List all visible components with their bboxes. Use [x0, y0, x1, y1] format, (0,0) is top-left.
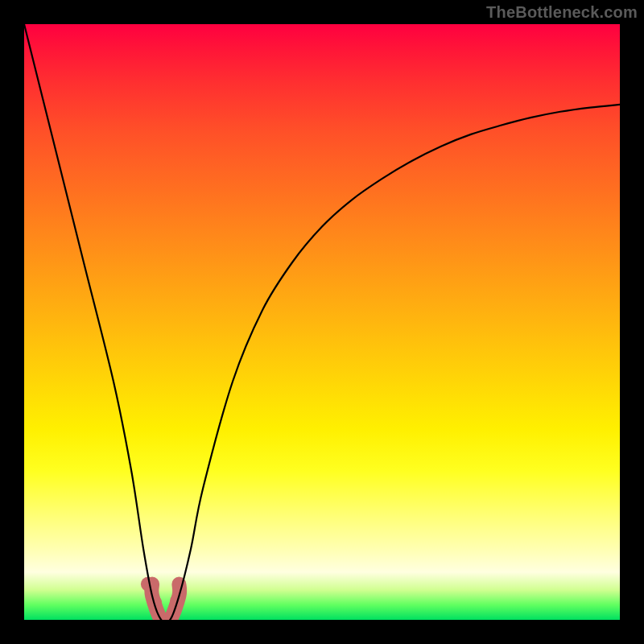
chart-frame: TheBottleneck.com — [0, 0, 644, 644]
bottleneck-curve — [24, 24, 620, 620]
plot-area — [24, 24, 620, 620]
watermark-text: TheBottleneck.com — [486, 3, 638, 22]
curve-layer — [24, 24, 620, 620]
